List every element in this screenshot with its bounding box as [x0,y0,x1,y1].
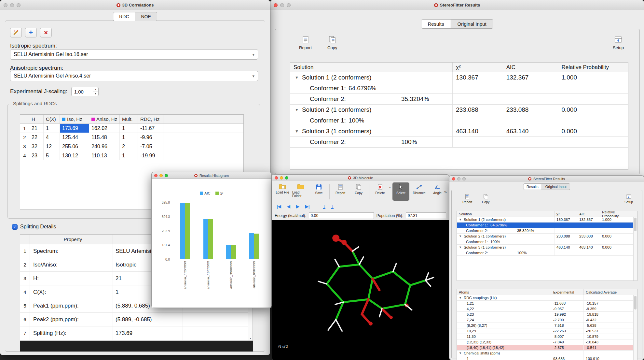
add-button[interactable]: + [25,28,37,37]
atom-row[interactable]: 5,23-19.992-19.818 [457,312,637,317]
assign-peaks-button[interactable] [10,28,22,37]
splitting-details-checkbox[interactable]: ✓ [12,224,18,230]
conformer-row[interactable]: Conformer 1:64.6796% [290,83,628,94]
table-row[interactable]: 6Peak2 (ppm,ppm):(5.889, -0.685) [20,313,253,326]
export-all-icon[interactable]: ↓ [331,204,334,209]
skip-to-start-button[interactable]: |◀ [277,204,281,209]
minimize-button[interactable] [280,176,283,180]
tab-noe[interactable]: NOE [135,12,157,21]
scrollbar[interactable] [633,295,637,360]
atom-row[interactable]: 7,24-2.700-0.432 [457,317,637,323]
play-button[interactable]: ▶ [296,204,299,209]
titlebar[interactable]: StereoFitter Results [449,176,644,182]
previous-frame-button[interactable]: ◀ [287,204,290,209]
atom-row[interactable]: 11,30-8.007-10.879 [457,334,637,339]
zoom-button[interactable] [165,174,168,177]
minimize-button[interactable] [159,174,163,177]
report-button[interactable]: Report [462,194,472,204]
report-button[interactable]: Report [332,182,349,201]
anisotropic-spectrum-select[interactable]: SELU Artemisinin Gel Aniso.4.ser ▾ [10,71,258,81]
tab-results[interactable]: Results [523,183,542,190]
table-row[interactable]: 1 21 1 173.69 162.02 1 -11.67 [20,124,243,133]
zoom-button[interactable] [287,3,291,7]
titlebar[interactable]: Results Histogram [152,172,271,179]
titlebar[interactable]: StereoFitter Results [270,0,644,10]
group-row[interactable]: ▼RDC couplings (Hz) [457,295,637,301]
setup-button[interactable]: Setup [613,36,624,50]
solution-row[interactable]: ▼Solution 1 (2 conformers) 130.367 132.3… [457,217,637,223]
conformer-row[interactable]: Conformer 2:35.3204% [290,94,628,105]
close-button[interactable] [274,3,278,7]
conformer-row[interactable]: Conformer 2:100% [457,250,637,256]
copy-button[interactable]: Copy [327,36,337,50]
close-button[interactable] [452,177,455,180]
disclosure-triangle-icon[interactable]: ▼ [459,352,462,355]
distance-button[interactable]: Distance [411,182,428,201]
atom-row[interactable]: 4,22-9.957-9.359 [457,306,637,312]
load-folder-button[interactable]: Load Folder [292,182,309,201]
conformer-row[interactable]: Conformer 2:35.3204% [457,228,637,234]
population-field[interactable]: 97.31 [406,212,446,219]
scrollbar-thumb[interactable] [634,218,637,231]
delete-button[interactable]: Delete [372,182,389,201]
disclosure-triangle-icon[interactable]: ▼ [295,75,299,80]
table-row[interactable]: 3 32 12 255.06 240.96 2 -7.05 [20,142,243,151]
minimize-button[interactable] [10,3,14,7]
solution-row[interactable]: ▼Solution 3 (1 conformers) 463.140 463.1… [457,245,637,250]
setup-button[interactable]: Setup [624,194,633,204]
atom-row-highlighted[interactable]: (18,40) (18,41) (18,42)-2.375-0.541 [457,345,637,351]
angle-button[interactable]: Angle [429,182,446,201]
table-row[interactable]: 2 22 4 125.44 115.48 1 -9.96 [20,133,243,142]
copy-button[interactable]: Copy [350,182,367,201]
solution-row[interactable]: ▼Solution 1 (2 conformers) 130.367 132.3… [290,72,628,83]
conformer-row-selected[interactable]: Conformer 1:64.6796% [457,223,637,228]
scrollbar-thumb[interactable] [634,296,637,310]
atom-row[interactable]: 193.686100.910 [457,356,637,360]
zoom-button[interactable] [17,3,21,7]
disclosure-triangle-icon[interactable]: ▼ [459,218,462,221]
export-frame-icon[interactable]: ↓ [323,204,325,209]
close-button[interactable] [275,176,278,180]
conformer-row[interactable]: Conformer 1:100% [457,239,637,245]
solution-row[interactable]: ▼Solution 2 (1 conformers) 233.088 233.0… [457,234,637,239]
disclosure-triangle-icon[interactable]: ▼ [295,129,299,134]
atom-row[interactable]: (12,32) (12,33)-7.049-10.843 [457,339,637,345]
select-button[interactable]: Select [392,182,409,201]
disclosure-triangle-icon[interactable]: ▼ [459,246,462,249]
conformer-row[interactable]: Conformer 2:100% [290,137,628,148]
save-button[interactable]: Save [310,182,327,201]
disclosure-triangle-icon[interactable]: ▼ [295,108,299,112]
tab-original-input[interactable]: Original Input [451,19,493,29]
disclosure-triangle-icon[interactable]: ▼ [459,296,462,299]
close-button[interactable] [154,174,158,177]
toolbar-overflow-icon[interactable]: » [444,189,447,194]
conformer-row[interactable]: Conformer 1:100% [290,115,628,126]
solution-row[interactable]: ▼Solution 3 (1 conformers) 463.140 463.1… [290,126,628,137]
scroll-down-icon[interactable]: ▾ [248,336,253,340]
tab-results[interactable]: Results [421,19,451,29]
stepper-down-icon[interactable]: ▾ [93,92,98,96]
titlebar[interactable]: 3D Molecule [272,175,449,181]
close-button[interactable] [4,3,7,7]
isotropic-spectrum-select[interactable]: SELU Artemisinin Gel Iso.16.ser ▾ [10,49,258,60]
copy-button[interactable]: Copy [482,194,489,204]
atom-row[interactable]: (8,26) (8,27)-7.518-5.638 [457,323,637,328]
atom-row[interactable]: 1,21-11.668-10.157 [457,301,637,306]
scrollbar[interactable] [633,217,637,281]
atom-row[interactable]: 10,29-22.263-20.537 [457,328,637,334]
titlebar[interactable]: 3D Correlations [0,0,270,10]
disclosure-triangle-icon[interactable]: ▼ [459,235,462,238]
table-row[interactable]: 4 23 5 130.12 110.13 1 -19.99 [20,151,243,160]
group-row[interactable]: ▼Chemical shifts (ppm) [457,351,637,356]
delete-dropdown-caret-icon[interactable]: ▾ [389,186,391,189]
stepper-up-icon[interactable]: ▴ [93,87,98,92]
skip-to-end-button[interactable]: ▶| [305,204,310,209]
minimize-button[interactable] [280,3,284,7]
zoom-button[interactable] [462,177,466,180]
minimize-button[interactable] [457,177,460,180]
tab-rdc[interactable]: RDC [113,12,135,21]
zoom-button[interactable] [285,176,288,180]
energy-field[interactable]: 0.00 [309,212,374,219]
solution-row[interactable]: ▼Solution 2 (1 conformers) 233.088 233.0… [290,105,628,115]
j-scaling-stepper[interactable]: 1.00 ▴▾ [71,87,99,96]
